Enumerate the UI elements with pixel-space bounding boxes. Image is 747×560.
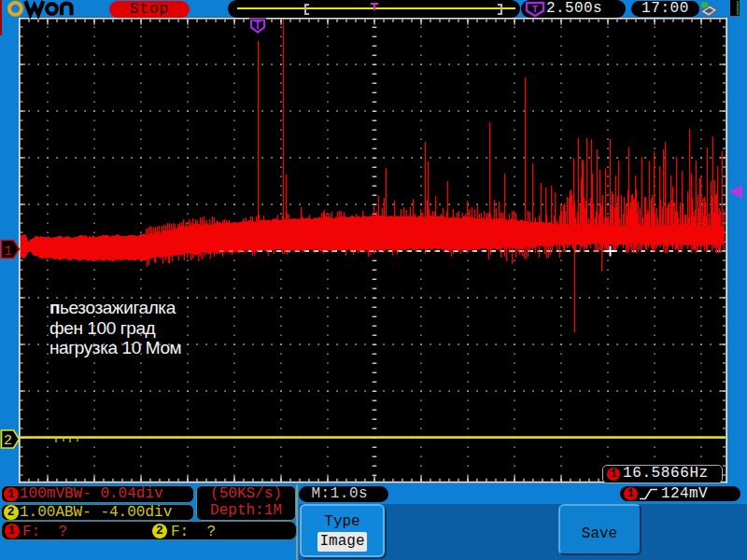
svg-text:2: 2 bbox=[4, 433, 12, 449]
svg-text:T: T bbox=[532, 4, 539, 15]
svg-text:T: T bbox=[254, 19, 261, 33]
svg-text:1: 1 bbox=[4, 244, 12, 259]
